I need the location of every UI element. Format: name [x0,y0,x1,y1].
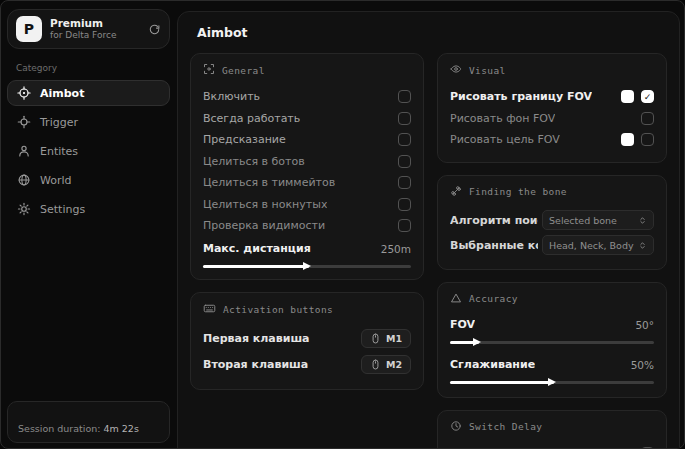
premium-subtitle: for Delta Force [50,30,116,41]
focus-frame-icon [203,63,215,77]
trigger-scope-icon [17,115,31,129]
setting-row-prediction: Предсказание [203,129,411,151]
category-label: Category [16,63,170,73]
checkbox-draw-fov-target[interactable] [641,133,654,146]
draw-fov-target-row: Рисовать цель FOV [450,129,654,151]
sidebar-item-trigger[interactable]: Trigger [7,109,170,135]
setting-row-target-teammates: Целиться в тиммейтов [203,172,411,194]
checkbox-target-teammates[interactable] [398,176,411,189]
accuracy-panel: Accuracy FOV 50° Сглаживание [437,282,667,398]
page-title: Aimbot [197,25,667,40]
fov-border-color-swatch[interactable] [621,90,634,103]
setting-row-always-work: Всегда работать [203,108,411,130]
premium-card: P Premium for Delta Force [7,9,170,49]
slider-fill [450,341,479,344]
sidebar-item-aimbot[interactable]: Aimbot [7,80,170,106]
setting-label: Проверка видимости [203,219,325,232]
smoothing-label: Сглаживание [450,358,535,371]
unfold-icon [638,216,647,225]
fov-value: 50° [635,319,654,331]
mouse-icon [370,359,381,370]
checkbox-always-work[interactable] [398,112,411,125]
checkbox-target-bots[interactable] [398,155,411,168]
sidebar-item-label: Entites [40,145,78,158]
max-distance-slider[interactable] [203,265,411,268]
main-content: Aimbot General Включить [177,11,680,449]
selected-bones-select[interactable]: Head, Neck, Body, Pe... [542,235,654,255]
unfold-icon [638,241,647,250]
switch-delay-panel-header: Switch Delay [450,420,654,434]
max-distance-value: 250m [381,243,411,255]
bone-icon [450,185,462,199]
setting-label: Целиться в нокнутых [203,198,327,211]
selected-bones-value: Head, Neck, Body, Pe... [549,240,634,251]
setting-row-target-knocked: Целиться в нокнутых [203,194,411,216]
bone-algorithm-row: Алгоритм поиска кости Selected bone [450,208,654,233]
draw-fov-border-row: Рисовать границу FOV ✓ [450,86,654,108]
first-key-label: Первая клавиша [203,332,310,345]
keyboard-icon [203,302,216,317]
second-key-bind-button[interactable]: M2 [361,355,411,374]
gear-icon [17,202,31,216]
first-key-bind-button[interactable]: M1 [361,329,411,348]
globe-icon [17,173,31,187]
crosshair-icon [17,86,31,100]
person-icon [17,144,31,158]
accuracy-panel-header: Accuracy [450,292,654,306]
activation-buttons-panel: Activation buttons Первая клавиша M1 Вто… [190,292,424,390]
max-distance-slider-group: Макс. дистанция 250m [203,239,411,268]
fov-label: FOV [450,318,475,331]
checkbox-target-knocked[interactable] [398,198,411,211]
session-duration-text: Session duration: 4m 22s [18,423,139,434]
sidebar-item-settings[interactable]: Settings [7,196,170,222]
premium-texts: Premium for Delta Force [50,17,116,41]
fov-slider-group: FOV 50° [450,315,654,344]
bone-panel-header: Finding the bone [450,185,654,199]
sidebar-item-label: Aimbot [40,87,84,100]
setting-row-target-bots: Целиться в ботов [203,151,411,173]
selected-bones-row: Выбранные кости Head, Neck, Body, Pe... [450,233,654,258]
setting-label: Всегда работать [203,112,300,125]
sidebar-item-entites[interactable]: Entites [7,138,170,164]
smoothing-value: 50% [631,359,654,371]
sidebar-item-label: World [40,174,72,187]
second-key-value: M2 [386,359,402,370]
setting-label: Включить [203,90,260,103]
mouse-icon [370,333,381,344]
general-panel: General Включить Всегда работать Предска… [190,53,424,280]
checkbox-visibility-check[interactable] [398,219,411,232]
setting-label: Рисовать границу FOV [450,90,592,103]
smoothing-slider[interactable] [450,381,654,384]
first-key-value: M1 [386,333,402,344]
setting-label: Рисовать фон FOV [450,112,555,125]
fov-target-color-swatch[interactable] [621,133,634,146]
setting-label: Предсказание [203,133,286,146]
slider-fill [450,381,554,384]
second-key-row: Вторая клавиша M2 [203,352,411,378]
eye-icon [450,63,462,77]
refresh-icon[interactable] [148,23,161,36]
sidebar-item-world[interactable]: World [7,167,170,193]
bone-algorithm-value: Selected bone [549,215,634,226]
draw-fov-background-row: Рисовать фон FOV [450,108,654,130]
sidebar: P Premium for Delta Force Category Aimbo… [1,1,176,448]
bone-algorithm-select[interactable]: Selected bone [542,210,654,230]
checkbox-draw-fov-border[interactable]: ✓ [641,90,654,103]
visual-panel: Visual Рисовать границу FOV ✓ Рисовать ф… [437,53,667,163]
first-key-row: Первая клавиша M1 [203,326,411,352]
selected-bones-label: Выбранные кости [450,239,538,252]
checkbox-enable[interactable] [398,90,411,103]
fov-slider[interactable] [450,341,654,344]
visual-panel-header: Visual [450,63,654,77]
sidebar-item-label: Settings [40,203,85,216]
premium-logo: P [16,16,42,42]
setting-label: Целиться в тиммейтов [203,176,335,189]
max-distance-label: Макс. дистанция [203,242,311,255]
general-panel-header: General [203,63,411,77]
checkbox-prediction[interactable] [398,133,411,146]
bone-algorithm-label: Алгоритм поиска кости [450,214,538,227]
premium-title: Premium [50,17,116,30]
clock-icon [450,420,462,434]
checkbox-draw-fov-background[interactable] [641,112,654,125]
smoothing-slider-group: Сглаживание 50% [450,355,654,384]
